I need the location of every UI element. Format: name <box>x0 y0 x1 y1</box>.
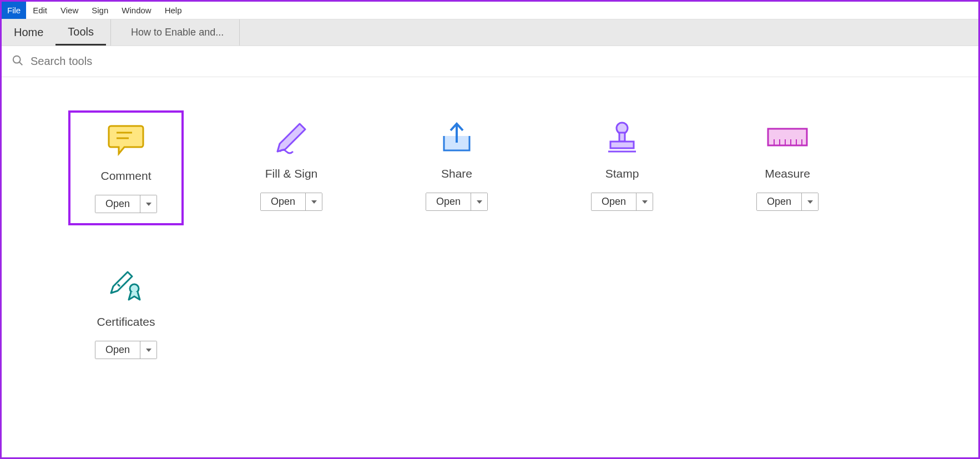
open-dropdown[interactable] <box>140 341 156 359</box>
tool-fill-sign[interactable]: Fill & Sign Open <box>234 110 349 225</box>
tool-label: Fill & Sign <box>265 167 318 180</box>
tab-divider <box>110 19 111 46</box>
menu-edit[interactable]: Edit <box>26 2 54 19</box>
certificate-icon <box>107 264 145 309</box>
menu-sign[interactable]: Sign <box>85 2 115 19</box>
open-button[interactable]: Open <box>95 341 140 359</box>
open-dropdown[interactable] <box>140 195 156 213</box>
menu-help[interactable]: Help <box>158 2 189 19</box>
share-icon <box>437 116 476 160</box>
open-dropdown[interactable] <box>801 193 818 210</box>
tool-label: Share <box>441 167 472 180</box>
tab-tools[interactable]: Tools <box>55 19 106 46</box>
open-button[interactable]: Open <box>261 193 305 210</box>
svg-rect-6 <box>619 133 625 142</box>
open-button[interactable]: Open <box>757 193 801 210</box>
svg-point-16 <box>130 284 139 293</box>
tool-label: Certificates <box>97 315 155 329</box>
tool-stamp[interactable]: Stamp Open <box>564 110 680 225</box>
open-group: Open <box>591 193 653 211</box>
pen-icon <box>272 116 311 160</box>
tabbar: Home Tools How to Enable and... <box>2 19 978 46</box>
open-dropdown[interactable] <box>305 193 322 210</box>
menu-window[interactable]: Window <box>115 2 158 19</box>
tool-label: Measure <box>765 167 810 180</box>
open-button[interactable]: Open <box>592 193 636 210</box>
menu-view[interactable]: View <box>54 2 85 19</box>
tab-home[interactable]: Home <box>2 19 55 46</box>
tool-label: Comment <box>100 169 151 183</box>
open-group: Open <box>95 195 157 213</box>
tool-row-1: Comment Open Fill & Sign Open <box>68 110 912 225</box>
menubar: File Edit View Sign Window Help <box>2 2 978 19</box>
open-button[interactable]: Open <box>426 193 471 210</box>
open-group: Open <box>260 193 322 211</box>
open-dropdown[interactable] <box>636 193 653 210</box>
tool-comment[interactable]: Comment Open <box>68 110 184 225</box>
search-icon <box>12 54 31 68</box>
tools-area: Comment Open Fill & Sign Open <box>2 77 978 436</box>
svg-rect-7 <box>610 142 634 148</box>
searchbar <box>2 46 978 77</box>
open-dropdown[interactable] <box>471 193 487 210</box>
tool-certificates[interactable]: Certificates Open <box>68 259 184 369</box>
stamp-icon <box>603 116 641 160</box>
open-group: Open <box>95 341 157 359</box>
search-input[interactable] <box>31 55 252 68</box>
tool-row-2: Certificates Open <box>68 259 912 369</box>
svg-point-0 <box>13 56 21 63</box>
svg-line-1 <box>19 62 23 65</box>
tab-document[interactable]: How to Enable and... <box>115 19 240 46</box>
open-group: Open <box>756 193 819 211</box>
open-group: Open <box>426 193 488 211</box>
ruler-icon <box>766 116 809 160</box>
tool-share[interactable]: Share Open <box>399 110 514 225</box>
comment-icon <box>107 118 145 163</box>
tool-measure[interactable]: Measure Open <box>730 110 845 225</box>
tool-label: Stamp <box>605 167 639 180</box>
open-button[interactable]: Open <box>95 195 140 213</box>
menu-file[interactable]: File <box>2 2 26 19</box>
